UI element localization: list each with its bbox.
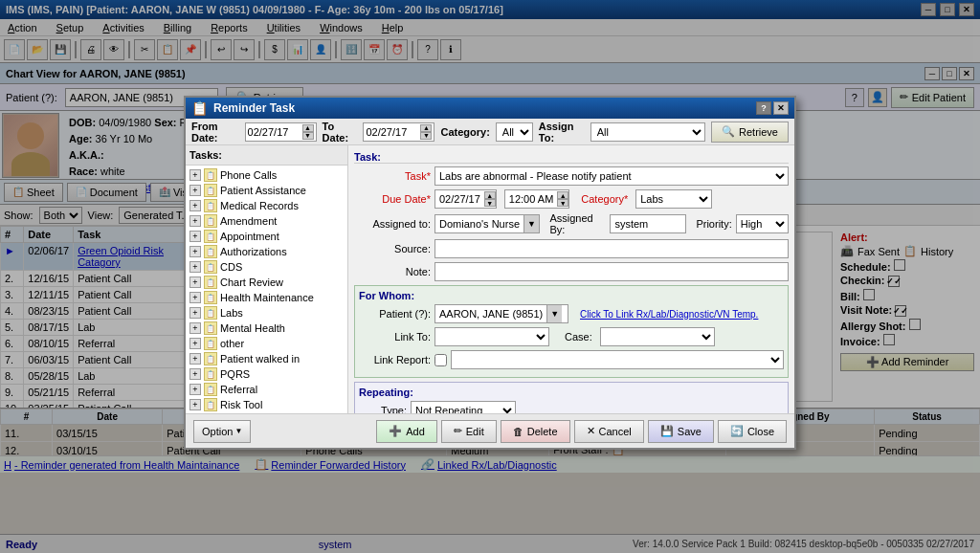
tree-expand-chart[interactable]: + (189, 276, 201, 288)
save-button[interactable]: 💾 Save (648, 420, 714, 443)
due-date-row: Due Date* 02/27/17 ▲ ▼ 12:00 AM ▲ ▼ (354, 189, 789, 209)
type-select[interactable]: Not Repeating (411, 401, 516, 413)
link-report-row: Link Report: (359, 350, 784, 369)
tree-item-other[interactable]: + 📋 other (188, 336, 345, 351)
tree-expand-pqrs[interactable]: + (189, 368, 201, 380)
due-date-up[interactable]: ▲ (484, 191, 496, 199)
link-report-label: Link Report: (359, 354, 431, 365)
tree-expand-cds[interactable]: + (189, 261, 201, 273)
tree-icon-auth: 📋 (204, 245, 217, 258)
link-report-select[interactable] (451, 350, 784, 369)
category-select[interactable]: All (496, 122, 533, 142)
assign-to-select[interactable]: All (590, 122, 705, 142)
dialog-close-btn[interactable]: ✕ (773, 101, 789, 115)
patient-row: Patient (?): AARON, JANE (9851) ▼ Click … (359, 304, 784, 323)
assigned-to-input[interactable]: Domiano's Nurse ▼ (434, 214, 540, 233)
dialog-retrieve-icon: 🔍 (722, 125, 735, 138)
tree-item-walked[interactable]: + 📋 Patient walked in (188, 351, 345, 366)
priority-select[interactable]: High (736, 214, 789, 233)
to-date-down[interactable]: ▼ (420, 132, 432, 140)
tree-expand-auth[interactable]: + (189, 246, 201, 257)
close-icon: 🔄 (730, 425, 744, 437)
tree-expand-phone[interactable]: + (189, 169, 201, 181)
tree-item-risk[interactable]: + 📋 Risk Tool (188, 397, 345, 412)
due-date-down[interactable]: ▼ (484, 199, 496, 207)
assign-to-label: Assign To: (539, 121, 585, 144)
due-date-input[interactable]: 02/27/17 ▲ ▼ (434, 189, 497, 209)
option-button[interactable]: Option ▼ (193, 420, 251, 443)
tree-expand-appointment[interactable]: + (189, 231, 201, 242)
to-label: To Date: (323, 121, 358, 144)
cancel-icon: ✕ (587, 425, 595, 437)
add-button[interactable]: ➕ Add (376, 420, 437, 443)
case-select[interactable] (600, 327, 715, 346)
patient-btn[interactable]: ▼ (546, 305, 562, 322)
tree-item-labs[interactable]: + 📋 Labs (188, 305, 345, 321)
to-date-input[interactable]: 02/27/17 ▲ ▼ (363, 122, 434, 142)
tree-expand-walked[interactable]: + (189, 353, 201, 365)
tree-expand-other[interactable]: + (189, 338, 201, 349)
link-report-check[interactable] (434, 354, 447, 366)
cancel-button[interactable]: ✕ Cancel (574, 420, 644, 443)
delete-button[interactable]: 🗑 Delete (501, 420, 570, 443)
tree-expand-assistance[interactable]: + (189, 185, 201, 196)
from-date-down[interactable]: ▼ (302, 132, 314, 140)
note-row: Note: (354, 262, 789, 281)
tree-expand-mental[interactable]: + (189, 322, 201, 334)
tree-item-medical[interactable]: + 📋 Medical Records (188, 198, 345, 213)
from-date-input[interactable]: 02/27/17 ▲ ▼ (245, 122, 317, 142)
note-input[interactable] (434, 262, 789, 281)
task-name-select[interactable]: Labs are abnormal - Please notify patien… (434, 166, 789, 186)
tree-expand-health[interactable]: + (189, 292, 201, 303)
dialog-retrieve-button[interactable]: 🔍 Retrieve (711, 122, 789, 143)
tree-expand-labs[interactable]: + (189, 307, 201, 319)
tree-item-referral[interactable]: + 📋 Referral (188, 382, 345, 397)
category-field-label: Category* (581, 193, 628, 205)
tree-expand-referral[interactable]: + (189, 384, 201, 395)
edit-button[interactable]: ✏ Edit (441, 420, 497, 443)
dialog-help-btn[interactable]: ? (756, 101, 771, 115)
due-time-input[interactable]: 12:00 AM ▲ ▼ (504, 189, 569, 209)
from-date-up[interactable]: ▲ (302, 124, 314, 132)
to-date-spinner: ▲ ▼ (420, 124, 432, 140)
tree-icon-cds: 📋 (204, 260, 217, 274)
patient-field-input[interactable]: AARON, JANE (9851) ▼ (434, 304, 568, 323)
assigned-to-btn[interactable]: ▼ (523, 215, 539, 232)
task-name-row: Task* Labs are abnormal - Please notify … (354, 166, 789, 186)
to-date-up[interactable]: ▲ (420, 124, 432, 132)
tree-item-assistance[interactable]: + 📋 Patient Assistance (188, 183, 345, 198)
click-link[interactable]: Click To Link Rx/Lab/Diagnostic/VN Temp. (580, 309, 758, 320)
category-field-select[interactable]: Labs (635, 189, 712, 209)
due-date-label: Due Date* (354, 193, 431, 205)
tree-item-auth[interactable]: + 📋 Authorizations (188, 244, 345, 259)
tree-item-appointment[interactable]: + 📋 Appointment (188, 229, 345, 244)
link-to-select[interactable] (434, 327, 549, 346)
dialog-controls: ? ✕ (756, 101, 789, 115)
due-time-up[interactable]: ▲ (557, 191, 568, 199)
from-date-field: 02/27/17 ▲ ▼ (245, 122, 317, 142)
tree-item-phone[interactable]: + 📋 Phone Calls (188, 167, 345, 183)
tree-item-mental[interactable]: + 📋 Mental Health (188, 321, 345, 336)
dialog-body: Tasks: + 📋 Phone Calls + 📋 Patient Assis… (186, 145, 794, 413)
tree-expand-amendment[interactable]: + (189, 215, 201, 227)
tree-item-chart[interactable]: + 📋 Chart Review (188, 275, 345, 290)
tree-expand-risk[interactable]: + (189, 399, 201, 410)
task-form: Task: Task* Labs are abnormal - Please n… (348, 145, 794, 413)
assigned-by-input[interactable] (610, 214, 686, 233)
tree-item-amendment[interactable]: + 📋 Amendment (188, 213, 345, 229)
tree-expand-medical[interactable]: + (189, 200, 201, 211)
tree-icon-walked: 📋 (204, 352, 217, 365)
due-time-down[interactable]: ▼ (557, 199, 568, 207)
tasks-label: Tasks: (186, 145, 347, 166)
tree-item-health[interactable]: + 📋 Health Maintenance (188, 290, 345, 305)
tree-item-cds[interactable]: + 📋 CDS (188, 259, 345, 275)
tree-item-pqrs[interactable]: + 📋 PQRS (188, 366, 345, 382)
source-label: Source: (354, 243, 431, 254)
task-tree: + 📋 Phone Calls + 📋 Patient Assistance +… (186, 166, 347, 413)
case-label: Case: (565, 331, 592, 343)
close-button[interactable]: 🔄 Close (718, 420, 787, 443)
source-input[interactable] (434, 239, 789, 258)
task-tree-panel: Tasks: + 📋 Phone Calls + 📋 Patient Assis… (186, 145, 348, 413)
task-name-label: Task* (354, 170, 431, 182)
priority-label: Priority: (696, 218, 731, 230)
